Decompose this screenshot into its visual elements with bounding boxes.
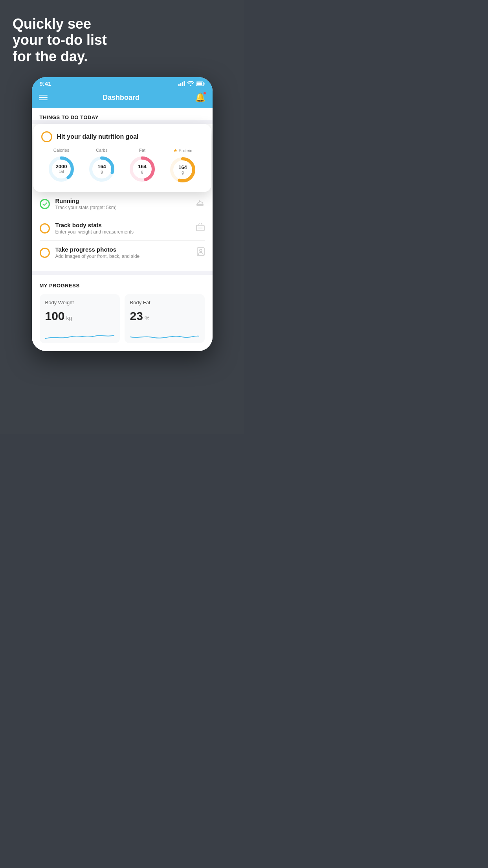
photos-subtitle: Add images of your front, back, and side (55, 254, 191, 259)
list-item-photos[interactable]: Take progress photos Add images of your … (40, 241, 205, 265)
carbs-label: Carbs (96, 148, 107, 153)
svg-rect-6 (204, 83, 204, 85)
progress-cards: Body Weight 100 kg Body Fat 23 % (40, 294, 205, 351)
body-weight-chart (45, 327, 114, 342)
spacer (32, 265, 213, 271)
list-item-running[interactable]: Running Track your stats (target: 5km) (40, 192, 205, 216)
body-weight-value-row: 100 kg (45, 309, 114, 323)
body-stats-subtitle: Enter your weight and measurements (55, 229, 191, 235)
body-weight-value: 100 (45, 309, 65, 323)
status-time: 9:41 (40, 80, 51, 87)
progress-section: MY PROGRESS Body Weight 100 kg Body Fat (32, 275, 213, 351)
body-fat-unit: % (145, 315, 149, 321)
photos-text: Take progress photos Add images of your … (55, 246, 191, 259)
protein-label: ★ Protein (173, 148, 193, 153)
page-background: Quickly see your to-do list for the day.… (0, 0, 244, 434)
running-subtitle: Track your stats (target: 5km) (55, 205, 191, 210)
battery-icon (196, 81, 205, 86)
nutrition-fat: Fat 164 g (128, 148, 156, 183)
body-fat-title: Body Fat (130, 300, 199, 305)
notification-dot (203, 92, 206, 95)
todo-list: Running Track your stats (target: 5km) T… (32, 192, 213, 265)
photos-title: Take progress photos (55, 246, 191, 253)
calories-label: Calories (53, 148, 69, 153)
nutrition-card: Hit your daily nutrition goal Calories (33, 124, 211, 192)
fat-donut: 164 g (128, 155, 156, 183)
protein-star-icon: ★ (173, 148, 178, 153)
body-fat-chart (130, 327, 199, 342)
svg-rect-5 (196, 82, 202, 85)
calories-donut: 2000 cal (47, 155, 75, 183)
wifi-icon (187, 81, 194, 86)
status-icons (178, 81, 205, 86)
svg-rect-2 (182, 82, 183, 86)
body-stats-text: Track body stats Enter your weight and m… (55, 222, 191, 235)
carbs-donut: 164 g (88, 155, 116, 183)
body-fat-value-row: 23 % (130, 309, 199, 323)
calories-value: 2000 cal (56, 164, 67, 174)
nutrition-row: Calories 2000 cal (41, 148, 203, 184)
scale-icon (196, 223, 205, 233)
svg-rect-3 (183, 81, 185, 86)
list-item-body-stats[interactable]: Track body stats Enter your weight and m… (40, 216, 205, 241)
phone-shell: 9:41 (32, 77, 213, 351)
person-photo-icon (197, 247, 205, 258)
signal-icon (178, 81, 185, 86)
protein-value: 164 g (178, 165, 187, 175)
nav-bar: Dashboard 🔔 (32, 88, 213, 108)
running-shoe-icon (196, 199, 205, 208)
things-today-heading: THINGS TO DO TODAY (40, 114, 205, 120)
body-stats-check-circle[interactable] (40, 223, 50, 234)
photos-check-circle[interactable] (40, 248, 50, 258)
nutrition-carbs: Carbs 164 g (88, 148, 116, 183)
body-stats-title: Track body stats (55, 222, 191, 228)
fat-label: Fat (139, 148, 145, 153)
svg-point-17 (200, 249, 202, 252)
svg-rect-0 (178, 84, 180, 86)
hamburger-button[interactable] (39, 95, 48, 100)
fat-value: 164 g (138, 164, 147, 174)
notification-bell-button[interactable]: 🔔 (195, 92, 205, 103)
nav-title: Dashboard (103, 94, 139, 102)
running-check-circle[interactable] (40, 199, 50, 209)
body-fat-card[interactable]: Body Fat 23 % (125, 294, 205, 343)
running-text: Running Track your stats (target: 5km) (55, 197, 191, 210)
protein-donut: 164 g (169, 156, 197, 184)
running-title: Running (55, 197, 191, 204)
body-weight-title: Body Weight (45, 300, 114, 305)
app-content: THINGS TO DO TODAY (32, 108, 213, 120)
body-fat-value: 23 (130, 309, 143, 323)
body-weight-card[interactable]: Body Weight 100 kg (40, 294, 120, 343)
nutrition-card-title: Hit your daily nutrition goal (57, 133, 139, 140)
svg-rect-1 (180, 83, 181, 86)
nutrition-card-header: Hit your daily nutrition goal (41, 131, 203, 142)
body-weight-unit: kg (66, 315, 72, 321)
carbs-value: 164 g (97, 164, 106, 174)
status-bar: 9:41 (32, 77, 213, 88)
nutrition-protein: ★ Protein 164 g (169, 148, 197, 184)
progress-heading: MY PROGRESS (40, 283, 205, 289)
hero-text: Quickly see your to-do list for the day. (8, 16, 236, 64)
nutrition-calories: Calories 2000 cal (47, 148, 75, 183)
nutrition-check-circle[interactable] (41, 131, 52, 142)
